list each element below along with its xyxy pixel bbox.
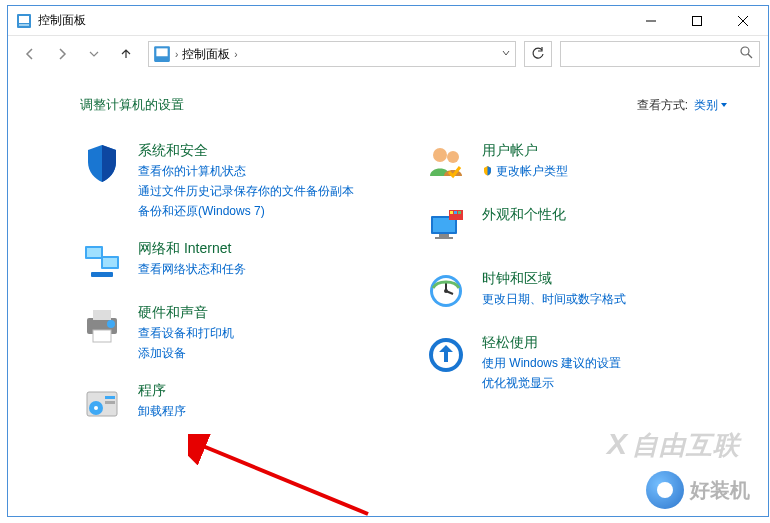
left-column: 系统和安全 查看你的计算机状态 通过文件历史记录保存你的文件备份副本 备份和还原… [80, 142, 384, 426]
back-button[interactable] [16, 40, 44, 68]
recent-dropdown[interactable] [80, 40, 108, 68]
shield-icon [80, 142, 124, 186]
category-link[interactable]: 卸载程序 [138, 402, 186, 420]
svg-rect-34 [458, 211, 461, 214]
svg-rect-23 [105, 396, 115, 399]
clock-icon [424, 270, 468, 314]
up-button[interactable] [112, 40, 140, 68]
control-panel-window: 控制面板 › 控制面板 › 调整计算机的设置 [7, 5, 769, 517]
svg-point-25 [433, 148, 447, 162]
right-column: 用户帐户 更改帐户类型 外观和个性化 [424, 142, 728, 426]
window-controls [628, 6, 766, 36]
category-link[interactable]: 查看设备和打印机 [138, 324, 234, 342]
ease-of-access-icon [424, 334, 468, 378]
category-title[interactable]: 用户帐户 [482, 142, 568, 160]
search-icon [740, 46, 753, 62]
breadcrumb-root[interactable]: 控制面板 [182, 46, 230, 63]
search-input[interactable] [567, 47, 740, 61]
titlebar: 控制面板 [8, 6, 768, 36]
svg-rect-14 [103, 258, 117, 267]
category-title[interactable]: 外观和个性化 [482, 206, 566, 224]
category-user-accounts: 用户帐户 更改帐户类型 [424, 142, 728, 186]
category-hardware: 硬件和声音 查看设备和打印机 添加设备 [80, 304, 384, 362]
window-title: 控制面板 [38, 12, 628, 29]
content-area: 调整计算机的设置 查看方式: 类别 系统和安全 查看你的计算机状态 [8, 72, 768, 516]
category-link[interactable]: 查看网络状态和任务 [138, 260, 246, 278]
category-link[interactable]: 备份和还原(Windows 7) [138, 202, 354, 220]
category-title[interactable]: 网络和 Internet [138, 240, 246, 258]
category-ease-of-access: 轻松使用 使用 Windows 建议的设置 优化视觉显示 [424, 334, 728, 392]
svg-rect-29 [439, 234, 449, 237]
programs-icon [80, 382, 124, 426]
category-title[interactable]: 程序 [138, 382, 186, 400]
breadcrumb-icon [153, 45, 171, 63]
category-link[interactable]: 通过文件历史记录保存你的文件备份副本 [138, 182, 354, 200]
search-box[interactable] [560, 41, 760, 67]
category-link[interactable]: 添加设备 [138, 344, 234, 362]
svg-point-9 [741, 47, 749, 55]
category-programs: 程序 卸载程序 [80, 382, 384, 426]
chevron-right-icon: › [234, 49, 237, 60]
category-title[interactable]: 系统和安全 [138, 142, 354, 160]
category-link-text: 更改帐户类型 [496, 164, 568, 178]
refresh-button[interactable] [524, 41, 552, 67]
network-icon [80, 240, 124, 284]
svg-point-26 [447, 151, 459, 163]
category-link[interactable]: 更改帐户类型 [482, 162, 568, 180]
view-by-label: 查看方式: [637, 97, 688, 114]
svg-rect-4 [693, 16, 702, 25]
header-row: 调整计算机的设置 查看方式: 类别 [80, 96, 728, 114]
svg-point-22 [94, 406, 98, 410]
navbar: › 控制面板 › [8, 36, 768, 72]
category-system-security: 系统和安全 查看你的计算机状态 通过文件历史记录保存你的文件备份副本 备份和还原… [80, 142, 384, 220]
svg-rect-18 [93, 330, 111, 342]
view-by-dropdown[interactable]: 类别 [694, 97, 728, 114]
category-title[interactable]: 硬件和声音 [138, 304, 234, 322]
svg-rect-17 [93, 310, 111, 320]
category-title[interactable]: 轻松使用 [482, 334, 621, 352]
category-appearance: 外观和个性化 [424, 206, 728, 250]
minimize-button[interactable] [628, 6, 674, 36]
svg-line-10 [748, 54, 752, 58]
control-panel-icon [16, 13, 32, 29]
svg-rect-1 [19, 16, 29, 23]
printer-icon [80, 304, 124, 348]
svg-line-42 [198, 444, 368, 514]
view-by-value: 类别 [694, 97, 718, 114]
view-by: 查看方式: 类别 [637, 97, 728, 114]
breadcrumb-dropdown[interactable] [501, 47, 511, 61]
svg-rect-2 [19, 24, 29, 26]
category-title[interactable]: 时钟和区域 [482, 270, 626, 288]
svg-rect-33 [454, 211, 457, 214]
red-arrow-annotation [188, 434, 388, 523]
category-link[interactable]: 更改日期、时间或数字格式 [482, 290, 626, 308]
category-link[interactable]: 优化视觉显示 [482, 374, 621, 392]
svg-rect-30 [435, 237, 453, 239]
svg-rect-12 [87, 248, 101, 257]
chevron-right-icon: › [175, 49, 178, 60]
svg-rect-32 [450, 211, 453, 214]
categories: 系统和安全 查看你的计算机状态 通过文件历史记录保存你的文件备份副本 备份和还原… [80, 142, 728, 426]
svg-rect-24 [105, 401, 115, 404]
forward-button[interactable] [48, 40, 76, 68]
users-icon [424, 142, 468, 186]
category-link[interactable]: 使用 Windows 建议的设置 [482, 354, 621, 372]
appearance-icon [424, 206, 468, 250]
svg-rect-28 [433, 218, 455, 232]
svg-rect-8 [156, 48, 167, 56]
category-clock-region: 时钟和区域 更改日期、时间或数字格式 [424, 270, 728, 314]
svg-point-19 [107, 320, 115, 328]
breadcrumb[interactable]: › 控制面板 › [148, 41, 516, 67]
category-link[interactable]: 查看你的计算机状态 [138, 162, 354, 180]
svg-rect-15 [91, 272, 113, 277]
maximize-button[interactable] [674, 6, 720, 36]
close-button[interactable] [720, 6, 766, 36]
svg-point-39 [444, 289, 448, 293]
category-network: 网络和 Internet 查看网络状态和任务 [80, 240, 384, 284]
page-heading: 调整计算机的设置 [80, 96, 184, 114]
